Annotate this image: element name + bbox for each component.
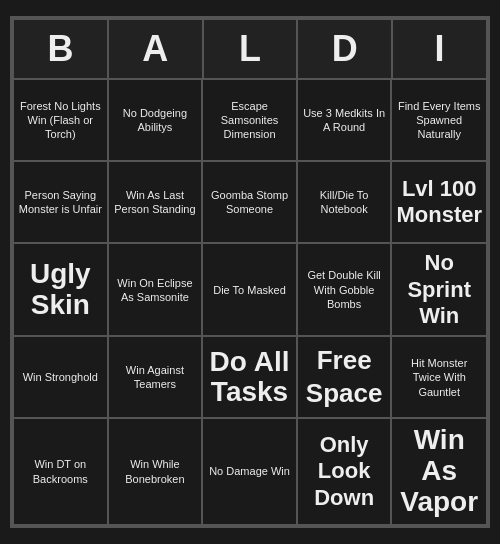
cell-text-14: No Sprint Win <box>396 250 482 329</box>
bingo-cell-19[interactable]: Hit Monster Twice With Gauntlet <box>391 336 487 418</box>
bingo-cell-16[interactable]: Win Against Teamers <box>108 336 203 418</box>
cell-text-11: Win On Eclipse As Samsonite <box>113 276 198 305</box>
cell-text-15: Win Stronghold <box>23 370 98 384</box>
cell-text-7: Goomba Stomp Someone <box>207 188 292 217</box>
header-i: I <box>392 19 487 79</box>
cell-text-24: Win As Vapor <box>396 425 482 517</box>
bingo-cell-8[interactable]: Kill/Die To Notebook <box>297 161 392 243</box>
cell-text-1: No Dodgeing Abilitys <box>113 106 198 135</box>
cell-text-3: Use 3 Medkits In A Round <box>302 106 387 135</box>
bingo-cell-5[interactable]: Person Saying Monster is Unfair <box>13 161 108 243</box>
cell-text-2: Escape Samsonites Dimension <box>207 99 292 142</box>
cell-text-8: Kill/Die To Notebook <box>302 188 387 217</box>
bingo-card: B A L D I Forest No Lights Win (Flash or… <box>10 16 490 528</box>
bingo-cell-23[interactable]: Only Look Down <box>297 418 392 524</box>
cell-text-17: Do All Tasks <box>207 347 292 409</box>
bingo-cell-9[interactable]: Lvl 100 Monster <box>391 161 487 243</box>
cell-text-4: Find Every Items Spawned Naturally <box>396 99 482 142</box>
bingo-cell-1[interactable]: No Dodgeing Abilitys <box>108 79 203 161</box>
bingo-cell-20[interactable]: Win DT on Backrooms <box>13 418 108 524</box>
cell-text-20: Win DT on Backrooms <box>18 457 103 486</box>
cell-text-16: Win Against Teamers <box>113 363 198 392</box>
bingo-cell-15[interactable]: Win Stronghold <box>13 336 108 418</box>
bingo-cell-3[interactable]: Use 3 Medkits In A Round <box>297 79 392 161</box>
bingo-cell-11[interactable]: Win On Eclipse As Samsonite <box>108 243 203 336</box>
bingo-cell-14[interactable]: No Sprint Win <box>391 243 487 336</box>
bingo-grid: Forest No Lights Win (Flash or Torch)No … <box>13 79 487 525</box>
cell-text-22: No Damage Win <box>209 464 290 478</box>
bingo-cell-18[interactable]: Free Space <box>297 336 392 418</box>
cell-text-23: Only Look Down <box>302 432 387 511</box>
header-l: L <box>203 19 298 79</box>
cell-text-0: Forest No Lights Win (Flash or Torch) <box>18 99 103 142</box>
bingo-cell-17[interactable]: Do All Tasks <box>202 336 297 418</box>
bingo-cell-13[interactable]: Get Double Kill With Gobble Bombs <box>297 243 392 336</box>
bingo-cell-7[interactable]: Goomba Stomp Someone <box>202 161 297 243</box>
bingo-cell-22[interactable]: No Damage Win <box>202 418 297 524</box>
cell-text-12: Die To Masked <box>213 283 286 297</box>
bingo-cell-21[interactable]: Win While Bonebroken <box>108 418 203 524</box>
cell-text-10: Ugly Skin <box>18 259 103 321</box>
header-b: B <box>13 19 108 79</box>
cell-text-9: Lvl 100 Monster <box>396 176 482 229</box>
cell-text-21: Win While Bonebroken <box>113 457 198 486</box>
bingo-cell-4[interactable]: Find Every Items Spawned Naturally <box>391 79 487 161</box>
header-d: D <box>297 19 392 79</box>
cell-text-19: Hit Monster Twice With Gauntlet <box>396 356 482 399</box>
cell-text-6: Win As Last Person Standing <box>113 188 198 217</box>
cell-text-5: Person Saying Monster is Unfair <box>18 188 103 217</box>
bingo-cell-24[interactable]: Win As Vapor <box>391 418 487 524</box>
cell-text-13: Get Double Kill With Gobble Bombs <box>302 268 387 311</box>
bingo-header: B A L D I <box>13 19 487 79</box>
bingo-cell-2[interactable]: Escape Samsonites Dimension <box>202 79 297 161</box>
bingo-cell-12[interactable]: Die To Masked <box>202 243 297 336</box>
bingo-cell-6[interactable]: Win As Last Person Standing <box>108 161 203 243</box>
header-a: A <box>108 19 203 79</box>
bingo-cell-0[interactable]: Forest No Lights Win (Flash or Torch) <box>13 79 108 161</box>
cell-text-18: Free Space <box>302 344 387 412</box>
bingo-cell-10[interactable]: Ugly Skin <box>13 243 108 336</box>
